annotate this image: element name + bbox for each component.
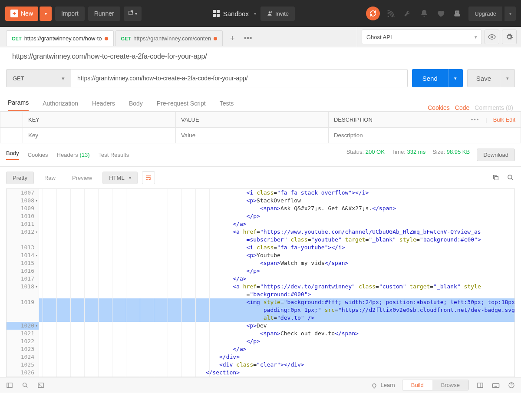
sidebar-toggle-icon[interactable] — [5, 381, 14, 390]
url-input[interactable] — [71, 69, 408, 87]
col-value: VALUE — [175, 112, 328, 128]
invite-button[interactable]: Invite — [260, 7, 295, 21]
reqtab-headers[interactable]: Headers — [92, 100, 115, 111]
satellite-icon[interactable] — [386, 8, 396, 19]
svg-point-2 — [388, 16, 389, 17]
svg-point-11 — [23, 383, 26, 386]
wrap-lines-icon[interactable] — [142, 171, 155, 184]
request-tabstrip: GEThttps://grantwinney.com/how-toGEThttp… — [0, 27, 357, 46]
param-key-input[interactable] — [28, 132, 170, 139]
param-value-input[interactable] — [181, 132, 323, 139]
tab-more[interactable]: ••• — [240, 30, 256, 46]
comments-link[interactable]: Comments (0) — [475, 104, 513, 111]
tab-add[interactable]: + — [224, 30, 240, 46]
help-icon[interactable] — [507, 381, 516, 390]
col-description: DESCRIPTION ••• | Bulk Edit — [328, 112, 521, 128]
svg-rect-5 — [458, 12, 458, 13]
grid-icon — [213, 10, 220, 17]
save-button[interactable]: Save — [467, 69, 500, 87]
view-preview[interactable]: Preview — [66, 172, 98, 184]
resp-tab-headers[interactable]: Headers (13) — [57, 152, 90, 158]
resp-tab-body[interactable]: Body — [6, 150, 19, 160]
environment-settings[interactable] — [502, 30, 517, 44]
copy-icon[interactable] — [491, 173, 500, 182]
svg-rect-10 — [7, 383, 12, 387]
svg-rect-8 — [495, 176, 498, 180]
new-dropdown[interactable] — [40, 7, 52, 21]
avatar-icon[interactable] — [452, 8, 462, 19]
save-dropdown[interactable] — [500, 69, 515, 87]
view-pretty[interactable]: Pretty — [6, 172, 34, 184]
new-button[interactable]: +New — [5, 7, 38, 21]
wrench-icon[interactable] — [402, 8, 413, 19]
cookies-link[interactable]: Cookies — [428, 104, 450, 111]
reqtab-tests[interactable]: Tests — [220, 100, 234, 111]
runner-button[interactable]: Runner — [88, 7, 120, 21]
keyboard-icon[interactable] — [491, 381, 500, 390]
code-link[interactable]: Code — [455, 104, 469, 111]
upgrade-button[interactable]: Upgrade — [468, 7, 502, 21]
bell-icon[interactable] — [419, 8, 429, 19]
request-tab[interactable]: GEThttps://grantwinney.com/how-to — [6, 30, 114, 46]
workspace-selector[interactable]: Sandbox — [213, 10, 256, 17]
sync-button[interactable] — [366, 7, 380, 20]
find-icon[interactable] — [21, 381, 30, 390]
new-window-button[interactable]: ▾ — [124, 7, 142, 21]
reqtab-params[interactable]: Params — [8, 99, 29, 111]
svg-point-1 — [269, 11, 271, 13]
console-icon[interactable] — [36, 381, 45, 390]
response-body[interactable]: 1007 <i class="fa fa-stack-overflow"></i… — [6, 189, 515, 377]
two-pane-icon[interactable] — [476, 381, 485, 390]
send-button[interactable]: Send — [412, 69, 448, 87]
svg-rect-3 — [455, 10, 459, 14]
environment-selector[interactable]: Ghost API — [362, 30, 482, 44]
upgrade-dropdown[interactable] — [505, 7, 516, 21]
view-raw[interactable]: Raw — [38, 172, 62, 184]
request-tab[interactable]: GEThttps://grantwinney.com/conten — [115, 30, 223, 46]
plus-icon: + — [10, 10, 18, 17]
bootcamp-link[interactable]: Learn — [371, 382, 395, 389]
request-name: https://grantwinney.com/how-to-create-a-… — [0, 47, 521, 66]
mode-segment[interactable]: Build Browse — [402, 380, 469, 390]
resp-tab-tests[interactable]: Test Results — [99, 152, 129, 158]
response-meta: Status: 200 OK Time: 332 ms Size: 98.95 … — [346, 149, 515, 161]
format-select[interactable]: HTML — [102, 172, 137, 184]
svg-rect-4 — [456, 12, 457, 13]
topbar: +New Import Runner ▾ Sandbox Invite Upgr… — [0, 0, 521, 27]
request-subtabs: ParamsAuthorizationHeadersBodyPre-reques… — [0, 93, 521, 112]
method-select[interactable]: GET — [6, 69, 71, 87]
reqtab-body[interactable]: Body — [129, 100, 143, 111]
send-dropdown[interactable] — [448, 69, 463, 87]
col-key: KEY — [23, 112, 176, 128]
svg-point-7 — [491, 36, 493, 38]
footer: Learn Build Browse — [0, 377, 521, 393]
params-table: KEY VALUE DESCRIPTION ••• | Bulk Edit — [0, 112, 521, 143]
param-desc-input[interactable] — [334, 132, 515, 139]
environment-quicklook[interactable] — [485, 30, 499, 44]
reqtab-pre-request-script[interactable]: Pre-request Script — [157, 100, 206, 111]
heart-icon[interactable] — [435, 8, 446, 19]
search-icon[interactable] — [506, 173, 515, 182]
svg-point-9 — [508, 175, 512, 179]
svg-rect-12 — [38, 383, 43, 387]
resp-tab-cookies[interactable]: Cookies — [28, 152, 48, 158]
mode-build[interactable]: Build — [402, 380, 432, 390]
person-plus-icon — [267, 10, 273, 17]
download-button[interactable]: Download — [477, 149, 515, 161]
reqtab-authorization[interactable]: Authorization — [43, 100, 78, 111]
bulk-edit-link[interactable]: Bulk Edit — [493, 116, 515, 123]
more-icon[interactable]: ••• — [471, 116, 480, 123]
import-button[interactable]: Import — [55, 7, 85, 21]
svg-rect-6 — [454, 14, 460, 17]
svg-rect-14 — [493, 384, 499, 387]
mode-browse[interactable]: Browse — [432, 380, 468, 390]
